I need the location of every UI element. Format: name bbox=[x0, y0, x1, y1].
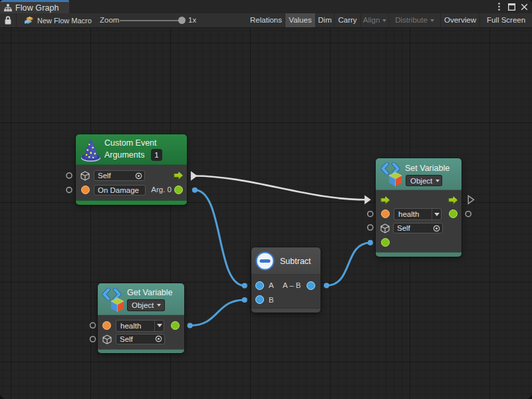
scope-caret-icon bbox=[436, 180, 440, 182]
get-variable-target-field[interactable]: Self bbox=[116, 334, 165, 344]
flow-output-arrow-icon[interactable] bbox=[174, 171, 184, 183]
object-picker-icon[interactable] bbox=[135, 172, 142, 180]
port-marker-circle bbox=[66, 173, 72, 178]
set-variable-header: Set Variable Object bbox=[376, 158, 462, 190]
value-connection-sub-set bbox=[327, 243, 370, 285]
port-marker-circle bbox=[90, 336, 96, 342]
dropdown-arrow-box[interactable] bbox=[154, 321, 164, 331]
fullscreen-button[interactable]: Full Screen bbox=[479, 13, 532, 27]
distribute-button-label: Distribute bbox=[395, 13, 428, 27]
flow-input-arrow-icon[interactable] bbox=[380, 196, 390, 207]
subtract-input-a-port[interactable] bbox=[255, 281, 264, 290]
get-variable-scope-dropdown[interactable]: Object bbox=[127, 299, 165, 311]
get-variable-title: Get Variable bbox=[127, 288, 173, 297]
arguments-count-badge[interactable]: 1 bbox=[151, 149, 162, 161]
close-button[interactable] bbox=[520, 2, 529, 11]
port-marker-circle bbox=[368, 211, 373, 217]
variable-cube-icon bbox=[110, 297, 124, 315]
set-variable-output-port[interactable] bbox=[449, 209, 458, 218]
wizard-hat-icon bbox=[80, 138, 102, 165]
object-type-icon bbox=[80, 171, 90, 184]
lock-icon bbox=[3, 15, 13, 25]
get-variable-output-port[interactable] bbox=[171, 321, 180, 330]
subtract-header: Subtract bbox=[251, 247, 321, 275]
port-marker-triangle bbox=[468, 196, 473, 203]
variable-cube-icon bbox=[388, 172, 402, 190]
set-variable-target-field[interactable]: Self bbox=[393, 223, 443, 233]
object-picker-icon[interactable] bbox=[155, 335, 162, 342]
maximize-icon bbox=[508, 3, 515, 11]
window-menu-button[interactable] bbox=[495, 2, 503, 11]
values-button[interactable]: Values bbox=[285, 13, 315, 27]
macro-asset-button[interactable]: New Flow Macro bbox=[17, 13, 96, 27]
window-controls bbox=[495, 0, 532, 13]
set-variable-name-dropdown[interactable]: health bbox=[394, 208, 442, 220]
relations-button[interactable]: Relations bbox=[247, 13, 285, 27]
flow-connection bbox=[194, 176, 365, 200]
connection-endpoint-dot bbox=[368, 240, 373, 245]
tab-flow-graph[interactable]: Flow Graph bbox=[0, 0, 69, 13]
port-marker-circle bbox=[368, 225, 373, 230]
subtract-output-port[interactable] bbox=[307, 281, 315, 290]
node-subtract[interactable]: Subtract A A – B B bbox=[251, 247, 321, 313]
dim-button[interactable]: Dim bbox=[315, 13, 334, 27]
custom-event-header: Custom Event Arguments 1 bbox=[76, 134, 187, 165]
set-variable-footer bbox=[376, 252, 462, 257]
flow-macro-icon bbox=[24, 15, 34, 25]
align-button-label: Align bbox=[363, 13, 380, 27]
node-set-variable[interactable]: Set Variable Object bbox=[376, 158, 462, 257]
overview-button[interactable]: Overview bbox=[440, 13, 479, 27]
get-variable-header: Get Variable Object bbox=[98, 283, 184, 315]
title-bar: Flow Graph bbox=[0, 0, 532, 13]
custom-event-body: Self On Damage Arg. 0 bbox=[76, 165, 187, 200]
distribute-button[interactable]: Distribute bbox=[388, 13, 440, 27]
graph-canvas[interactable]: Custom Event Arguments 1 Self bbox=[0, 28, 532, 399]
distribute-caret-icon bbox=[430, 19, 434, 22]
event-name-value: On Damage bbox=[98, 186, 139, 194]
lock-button[interactable] bbox=[0, 13, 16, 27]
custom-event-title: Custom Event bbox=[104, 138, 157, 148]
dropdown-caret-icon bbox=[434, 213, 440, 216]
flow-output-arrow-icon[interactable] bbox=[448, 196, 458, 207]
connection-endpoint-dot bbox=[242, 297, 247, 303]
align-button[interactable]: Align bbox=[360, 13, 388, 27]
value-connection-arg-a bbox=[195, 190, 245, 286]
maximize-button[interactable] bbox=[507, 2, 516, 11]
flow-graph-window: Flow Graph bbox=[0, 0, 532, 399]
event-name-port[interactable] bbox=[81, 186, 90, 194]
zoom-slider[interactable] bbox=[120, 13, 186, 27]
custom-event-name-field[interactable]: On Damage bbox=[94, 185, 146, 196]
variable-name-port[interactable] bbox=[381, 209, 390, 218]
target-field-value: Self bbox=[120, 335, 133, 343]
object-type-icon bbox=[380, 223, 390, 236]
flow-connection-start-arrow bbox=[191, 171, 198, 180]
flow-connection-end-arrow bbox=[364, 195, 371, 204]
set-variable-value-port[interactable] bbox=[381, 238, 390, 247]
get-variable-name-dropdown[interactable]: health bbox=[116, 320, 164, 332]
get-variable-footer bbox=[98, 349, 184, 354]
input-a-label: A bbox=[269, 281, 274, 289]
port-marker-circle bbox=[66, 188, 72, 193]
set-variable-scope-dropdown[interactable]: Object bbox=[406, 175, 442, 186]
close-icon bbox=[521, 3, 528, 11]
scope-value: Object bbox=[410, 177, 432, 185]
object-picker-icon[interactable] bbox=[433, 225, 440, 232]
subtract-icon bbox=[255, 251, 275, 273]
node-get-variable[interactable]: Get Variable Object health bbox=[98, 283, 184, 354]
custom-event-target-field[interactable]: Self bbox=[94, 170, 145, 181]
carry-button[interactable]: Carry bbox=[334, 13, 360, 27]
tab-title: Flow Graph bbox=[15, 3, 59, 13]
zoom-value: 1x bbox=[188, 13, 196, 27]
variable-name-port[interactable] bbox=[102, 321, 111, 330]
zoom-slider-handle[interactable] bbox=[178, 17, 186, 24]
subtract-input-b-port[interactable] bbox=[255, 295, 264, 304]
arg0-output-port[interactable] bbox=[174, 186, 183, 194]
dropdown-arrow-box[interactable] bbox=[432, 209, 441, 219]
set-variable-body: health Self bbox=[376, 190, 462, 252]
node-custom-event[interactable]: Custom Event Arguments 1 Self bbox=[76, 134, 187, 205]
zoom-label: Zoom bbox=[100, 13, 119, 27]
value-connection-get-b bbox=[190, 300, 245, 326]
variable-name-value: health bbox=[398, 210, 419, 218]
kebab-menu-icon bbox=[498, 3, 500, 11]
arg0-label: Arg. 0 bbox=[151, 186, 172, 194]
